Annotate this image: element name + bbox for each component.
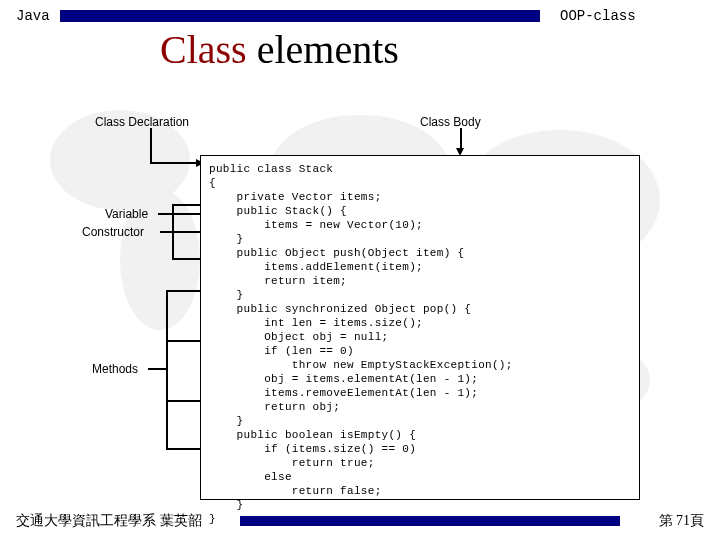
title-word1: Class bbox=[160, 27, 247, 72]
label-constructor: Constructor bbox=[82, 225, 144, 239]
header-right-label: OOP-class bbox=[560, 8, 636, 24]
label-class-body: Class Body bbox=[420, 115, 481, 129]
code-block: public class Stack { private Vector item… bbox=[200, 155, 640, 500]
label-methods: Methods bbox=[92, 362, 138, 376]
title-word2: elements bbox=[247, 27, 399, 72]
footer-bar bbox=[240, 516, 620, 526]
footer-left: 交通大學資訊工程學系 葉英韶 bbox=[16, 512, 202, 530]
arrow-line bbox=[148, 368, 166, 370]
label-variable: Variable bbox=[105, 207, 148, 221]
arrow-line bbox=[460, 128, 462, 150]
page-title: Class elements bbox=[160, 26, 399, 73]
arrow-line bbox=[160, 231, 172, 233]
label-class-declaration: Class Declaration bbox=[95, 115, 189, 129]
arrow-line bbox=[166, 290, 168, 450]
arrow-line bbox=[150, 162, 198, 164]
header-left-label: Java bbox=[16, 8, 50, 24]
header-bar bbox=[60, 10, 540, 22]
footer-right: 第 71頁 bbox=[659, 512, 705, 530]
arrow-line bbox=[150, 128, 152, 164]
